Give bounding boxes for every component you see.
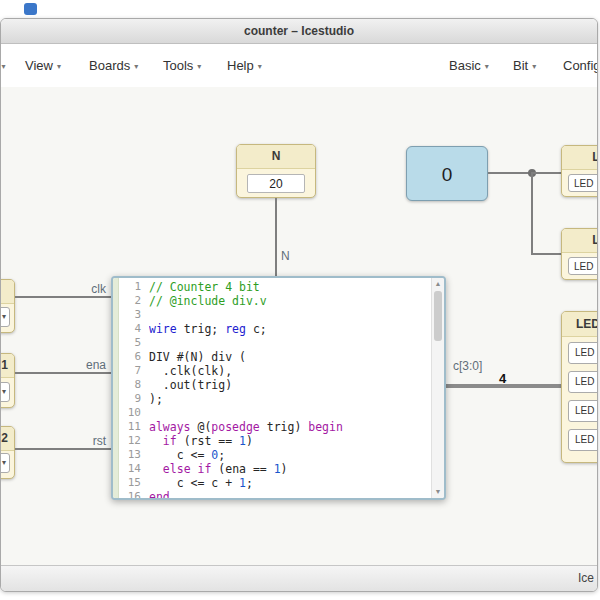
title-bar[interactable]: counter – Icestudio xyxy=(1,19,597,44)
led-block-2-pin-select[interactable]: LED xyxy=(568,257,597,275)
code-line: // @include div.v xyxy=(149,294,430,308)
chevron-down-icon: ▾ xyxy=(2,308,6,326)
wire-label-ena: ena xyxy=(76,358,106,372)
led-block-1-pin-select[interactable]: LED xyxy=(568,174,597,192)
bus-width-label: 4 xyxy=(499,371,506,386)
line-number: 2 xyxy=(119,294,141,308)
line-number: 15 xyxy=(119,476,141,490)
line-number: 12 xyxy=(119,434,141,448)
line-number: 10 xyxy=(119,406,141,420)
window-title: counter – Icestudio xyxy=(244,24,354,38)
menu-edit[interactable]: Edit▾ xyxy=(0,44,5,87)
led-pin-row-2[interactable]: LED xyxy=(568,400,597,422)
icestudio-window: counter – Icestudio Edit▾ View▾ Boards▾ … xyxy=(0,18,598,592)
chevron-down-icon: ▾ xyxy=(258,62,262,71)
line-number: 4 xyxy=(119,322,141,336)
scrollbar-thumb[interactable] xyxy=(434,291,442,341)
code-line: else if (ena == 1) xyxy=(149,462,430,476)
code-line: wire trig; reg c; xyxy=(149,322,430,336)
wire-clk[interactable] xyxy=(15,296,111,298)
line-number: 8 xyxy=(119,378,141,392)
code-block[interactable]: 12345678910111213141516 // Counter 4 bit… xyxy=(111,276,446,500)
input-block-clk-name xyxy=(1,280,14,304)
code-line: ); xyxy=(149,392,430,406)
menu-basic[interactable]: Basic▾ xyxy=(449,44,489,87)
code-line: always @(posedge trig) begin xyxy=(149,420,430,434)
line-number: 5 xyxy=(119,336,141,350)
led-block-1[interactable]: L LED xyxy=(561,145,597,197)
status-text: Ice xyxy=(578,571,594,585)
menu-bar: Edit▾ View▾ Boards▾ Tools▾ Help▾ Basic▾ … xyxy=(1,44,597,88)
led-block-2-name: L xyxy=(562,229,597,253)
input-block-ena[interactable]: 1 ▾ xyxy=(1,353,15,408)
wire-rst[interactable] xyxy=(15,448,111,450)
input-block-ena-name: 1 xyxy=(1,354,14,378)
screen: counter – Icestudio Edit▾ View▾ Boards▾ … xyxy=(0,0,600,600)
line-number: 1 xyxy=(119,280,141,294)
display-block[interactable]: 0 xyxy=(406,146,488,201)
wire-label-rst: rst xyxy=(76,434,106,448)
code-scrollbar[interactable]: ▲ ▼ xyxy=(431,278,444,498)
line-number: 13 xyxy=(119,448,141,462)
menu-tools[interactable]: Tools▾ xyxy=(163,44,201,87)
chevron-down-icon: ▾ xyxy=(485,62,489,71)
scroll-down-icon[interactable]: ▼ xyxy=(432,486,444,498)
input-block-clk[interactable]: ▾ xyxy=(1,279,15,333)
scroll-up-icon[interactable]: ▲ xyxy=(432,278,444,290)
line-number: 7 xyxy=(119,364,141,378)
wire-to-led2[interactable] xyxy=(532,253,561,255)
code-line: c <= 0; xyxy=(149,448,430,462)
led-block-1-name: L xyxy=(562,146,597,170)
wire-to-led1[interactable] xyxy=(532,172,561,174)
led-group-block[interactable]: LED LED LED LED LED xyxy=(561,311,597,463)
input-block-rst-name: 2 xyxy=(1,427,14,451)
menu-config[interactable]: Config▾ xyxy=(563,44,598,87)
code-gutter: 12345678910111213141516 xyxy=(119,280,145,500)
chevron-down-icon: ▾ xyxy=(134,62,138,71)
code-line: .out(trig) xyxy=(149,378,430,392)
led-block-2[interactable]: L LED xyxy=(561,228,597,280)
line-number: 16 xyxy=(119,490,141,500)
line-number: 3 xyxy=(119,308,141,322)
line-number: 9 xyxy=(119,392,141,406)
led-pin-row-1[interactable]: LED xyxy=(568,371,597,393)
menu-view[interactable]: View▾ xyxy=(25,44,61,87)
app-icon xyxy=(24,3,37,15)
menu-boards[interactable]: Boards▾ xyxy=(89,44,138,87)
wire-label-n: N xyxy=(281,249,290,263)
status-bar: Ice xyxy=(1,565,597,591)
line-number: 14 xyxy=(119,462,141,476)
code-line xyxy=(149,336,430,350)
chevron-down-icon: ▾ xyxy=(197,62,201,71)
wire-branch-vertical[interactable] xyxy=(531,172,533,255)
input-block-clk-select[interactable]: ▾ xyxy=(1,307,10,327)
line-number: 11 xyxy=(119,420,141,434)
display-value: 0 xyxy=(442,164,453,185)
menu-help[interactable]: Help▾ xyxy=(227,44,262,87)
wire-param-n[interactable] xyxy=(275,198,277,276)
chevron-down-icon: ▾ xyxy=(1,62,5,71)
led-pin-row-0[interactable]: LED xyxy=(568,342,597,364)
constant-block-name: N xyxy=(237,145,315,169)
led-group-name: LED xyxy=(562,312,597,337)
wire-ena[interactable] xyxy=(15,372,111,374)
wire-label-clk: clk xyxy=(76,282,106,296)
code-line xyxy=(149,308,430,322)
constant-value-input[interactable] xyxy=(247,174,305,193)
led-pin-row-3[interactable]: LED xyxy=(568,429,597,451)
code-line: DIV #(N) div ( xyxy=(149,350,430,364)
code-lines[interactable]: // Counter 4 bit// @include div.v wire t… xyxy=(149,280,430,498)
input-block-rst-select[interactable]: ▾ xyxy=(1,453,10,473)
code-line: // Counter 4 bit xyxy=(149,280,430,294)
wire-display-out[interactable] xyxy=(488,172,532,174)
chevron-down-icon: ▾ xyxy=(57,62,61,71)
constant-block-n[interactable]: N xyxy=(236,144,316,198)
menu-bit[interactable]: Bit▾ xyxy=(513,44,536,87)
input-block-rst[interactable]: 2 ▾ xyxy=(1,426,15,479)
code-line: .clk(clk), xyxy=(149,364,430,378)
code-line xyxy=(149,406,430,420)
design-canvas[interactable]: N N 0 L LED xyxy=(1,87,597,565)
code-line: if (rst == 1) xyxy=(149,434,430,448)
input-block-ena-select[interactable]: ▾ xyxy=(1,382,10,402)
code-line: end xyxy=(149,490,430,498)
